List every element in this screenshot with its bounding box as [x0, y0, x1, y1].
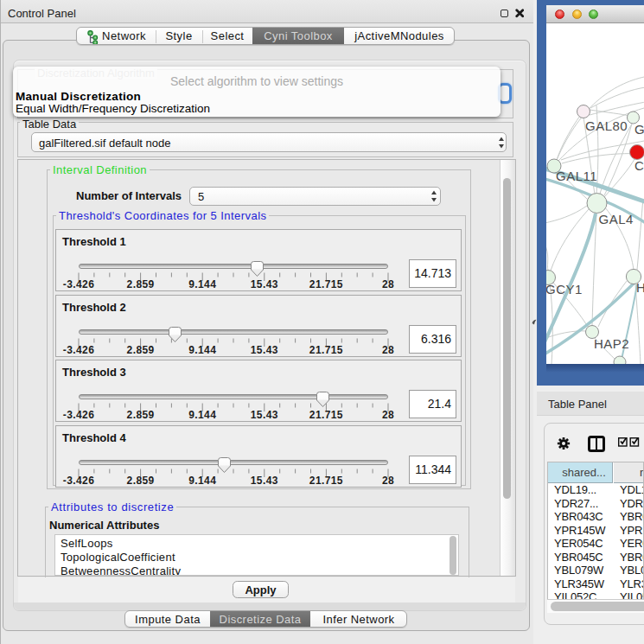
- svg-text:GA: GA: [634, 122, 644, 137]
- svg-text:GAL4: GAL4: [599, 212, 634, 226]
- svg-text:C: C: [634, 158, 644, 173]
- svg-text:H: H: [636, 280, 644, 295]
- svg-text:GAL11: GAL11: [556, 169, 597, 183]
- svg-text:HAP2: HAP2: [594, 336, 629, 351]
- svg-text:GAL80: GAL80: [585, 118, 628, 133]
- svg-text:GCY1: GCY1: [546, 282, 583, 296]
